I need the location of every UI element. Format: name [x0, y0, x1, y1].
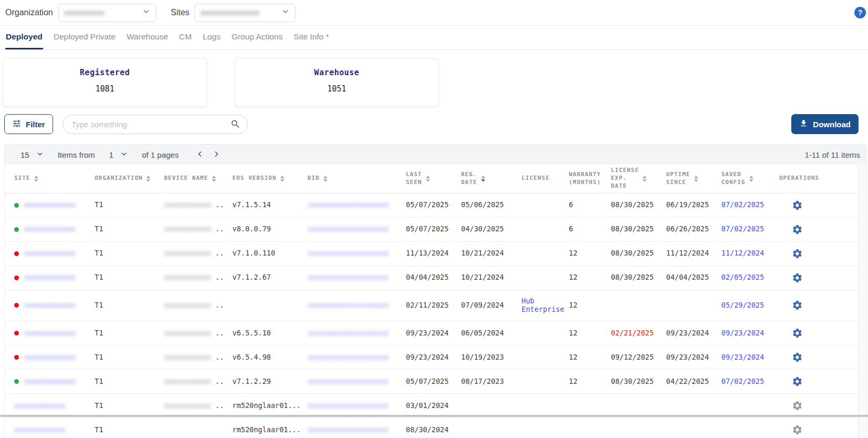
did-link[interactable]: xxxxxxxxxxxxxxxxxxx	[308, 401, 389, 410]
sort-icons[interactable]	[146, 176, 150, 182]
filter-button[interactable]: Filter	[4, 114, 53, 134]
column-header-site[interactable]: SITE	[5, 165, 91, 193]
did-link[interactable]: xxxxxxxxxxxxxxxxxxx	[308, 301, 389, 309]
reg-date-cell: 04/30/2025	[458, 217, 518, 241]
license-exp-cell: 08/30/2025	[608, 369, 663, 393]
operations-gear-button[interactable]	[792, 272, 803, 283]
reg-date-cell: 05/06/2025	[458, 193, 518, 217]
did-link[interactable]: xxxxxxxxxxxxxxxxxxx	[308, 377, 389, 385]
devices-table: SITEORGANIZATIONDEVICE NAMEEOS VERSIONDI…	[5, 165, 858, 438]
tab-cm[interactable]: CM	[179, 26, 192, 49]
saved-config-link[interactable]: 11/12/2024	[721, 249, 764, 257]
operations-gear-button[interactable]	[792, 248, 803, 259]
organization-cell: T1	[91, 217, 161, 241]
saved-config-cell: 09/23/2024	[718, 345, 776, 369]
operations-gear-button[interactable]	[792, 328, 803, 339]
sort-icons[interactable]	[481, 176, 485, 182]
column-header-org[interactable]: ORGANIZATION	[91, 165, 161, 193]
page-select[interactable]: 1	[109, 150, 128, 159]
sort-icons[interactable]	[212, 176, 216, 182]
did-link[interactable]: xxxxxxxxxxxxxxxxxxx	[308, 425, 389, 434]
pagination-bar: 15 Items from 1 of 1 pages	[5, 145, 866, 165]
sort-icons[interactable]	[280, 176, 284, 182]
organization-cell: T1	[91, 393, 161, 417]
site-link[interactable]: xxxxxxxxxxxx	[14, 425, 66, 434]
did-link[interactable]: xxxxxxxxxxxxxxxxxxx	[308, 329, 389, 337]
site-link[interactable]: xxxxxxxxxxxx	[24, 301, 76, 309]
warranty-cell: 12	[566, 241, 608, 266]
column-header-saved-config[interactable]: SAVED CONFIG	[718, 165, 776, 193]
sort-asc-icon	[280, 176, 284, 178]
column-header-license-exp[interactable]: LICENSE EXP. DATE	[608, 165, 663, 193]
site-link[interactable]: xxxxxxxxxxxx	[24, 353, 76, 361]
chevron-down-icon	[281, 7, 290, 18]
column-header-uptime[interactable]: UPTIME SINCE	[663, 165, 718, 193]
sort-icons[interactable]	[426, 176, 430, 182]
column-header-last-seen[interactable]: LAST SEEN	[403, 165, 458, 193]
column-header-did[interactable]: DID	[304, 165, 403, 193]
saved-config-link[interactable]: 02/05/2025	[721, 273, 764, 281]
tab-warehouse[interactable]: Warehouse	[126, 26, 169, 49]
column-header-eos[interactable]: EOS VERSION	[229, 165, 304, 193]
site-link[interactable]: xxxxxxxxxxxx	[24, 249, 76, 257]
tab-deployed-private[interactable]: Deployed Private	[53, 26, 116, 49]
tab-site-info[interactable]: Site Info *	[293, 26, 330, 49]
saved-config-link[interactable]: 07/02/2025	[721, 200, 764, 209]
saved-config-link[interactable]: 09/23/2024	[721, 353, 764, 361]
saved-config-link[interactable]: 07/02/2025	[721, 225, 764, 233]
saved-config-link[interactable]: 05/29/2025	[721, 301, 764, 309]
eos-version-cell: v6.5.5.10	[229, 321, 304, 345]
operations-gear-button[interactable]	[792, 200, 803, 211]
column-header-reg-date[interactable]: REG. DATE	[458, 165, 518, 193]
site-link[interactable]: xxxxxxxxxxxx	[24, 273, 76, 281]
sort-icons[interactable]	[694, 176, 698, 182]
search-input[interactable]	[63, 115, 248, 134]
filter-sliders-icon	[12, 119, 22, 130]
did-link[interactable]: xxxxxxxxxxxxxxxxxxx	[308, 273, 389, 281]
organization-select[interactable]: xxxxxxxxxxx	[58, 4, 156, 22]
operations-gear-button[interactable]	[792, 300, 803, 311]
eos-version-cell: v6.5.4.98	[229, 345, 304, 369]
organization-cell: T1	[91, 345, 161, 369]
sort-asc-icon	[323, 176, 328, 178]
site-link[interactable]: xxxxxxxxxxxx	[24, 200, 76, 209]
license-cell	[518, 417, 566, 438]
did-link[interactable]: xxxxxxxxxxxxxxxxxxx	[308, 249, 389, 257]
column-header-operations: OPERATIONS	[776, 165, 858, 193]
site-link[interactable]: xxxxxxxxxxxx	[14, 401, 66, 410]
help-button[interactable]: ?	[854, 7, 866, 18]
saved-config-link[interactable]: 09/23/2024	[721, 329, 764, 337]
uptime-since-cell	[663, 393, 718, 417]
download-button[interactable]: Download	[791, 114, 859, 134]
sort-icons[interactable]	[642, 176, 647, 182]
operations-cell	[776, 290, 858, 321]
prev-page-button[interactable]	[195, 149, 205, 161]
operations-gear-button[interactable]	[792, 400, 803, 411]
operations-gear-button[interactable]	[792, 376, 803, 387]
did-link[interactable]: xxxxxxxxxxxxxxxxxxx	[308, 200, 389, 209]
operations-gear-button[interactable]	[792, 424, 803, 435]
did-link[interactable]: xxxxxxxxxxxxxxxxxxx	[308, 225, 389, 233]
horizontal-scrollbar[interactable]	[0, 415, 868, 417]
organization-cell: T1	[91, 193, 161, 217]
sort-icons[interactable]	[323, 176, 328, 182]
vertical-scrollbar[interactable]	[858, 165, 866, 438]
sort-icons[interactable]	[749, 176, 753, 182]
tab-deployed[interactable]: Deployed	[5, 26, 43, 49]
tab-group-actions[interactable]: Group Actions	[231, 26, 283, 49]
column-header-device[interactable]: DEVICE NAME	[161, 165, 229, 193]
license-cell	[518, 266, 566, 290]
site-link[interactable]: xxxxxxxxxxxx	[24, 225, 76, 233]
did-link[interactable]: xxxxxxxxxxxxxxxxxxx	[308, 353, 389, 361]
next-page-button[interactable]	[211, 149, 222, 161]
status-dot-green	[14, 203, 19, 208]
saved-config-link[interactable]: 07/02/2025	[721, 377, 764, 385]
sites-select[interactable]: xxxxxxxxxxxxxxxx	[195, 4, 295, 22]
sort-icons[interactable]	[34, 176, 38, 182]
operations-gear-button[interactable]	[792, 224, 803, 235]
tab-logs[interactable]: Logs	[202, 26, 221, 49]
site-link[interactable]: xxxxxxxxxxxx	[24, 329, 76, 337]
site-link[interactable]: xxxxxxxxxxxx	[24, 377, 76, 385]
page-size-select[interactable]: 15	[21, 150, 44, 159]
operations-gear-button[interactable]	[792, 352, 803, 363]
